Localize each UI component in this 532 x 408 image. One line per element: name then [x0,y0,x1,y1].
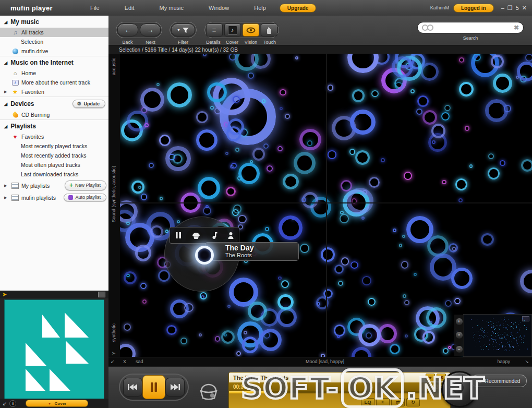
bubble[interactable] [301,197,307,202]
bubble[interactable] [127,111,148,132]
bubble[interactable] [361,217,365,220]
bubble[interactable] [141,194,147,200]
bubble[interactable] [196,129,217,151]
search-box[interactable]: ✖ [417,22,524,33]
bubble[interactable] [149,163,154,168]
bubble[interactable] [156,83,160,87]
bubble[interactable] [441,112,450,121]
bubble[interactable] [144,123,148,127]
expand-arrow-icon[interactable]: ▶ [4,184,7,188]
menu-window[interactable]: Window [209,5,229,11]
bubble[interactable] [140,88,164,112]
bubble[interactable] [131,181,144,194]
bubble[interactable] [347,54,379,73]
bubble[interactable] [295,56,298,59]
bubble[interactable] [278,277,281,280]
bubble[interactable] [226,187,236,197]
section-music-on-internet[interactable]: ◢ Music on the Internet [0,56,108,68]
sidebar-item-last-downloaded[interactable]: Last downloaded tracks [0,170,108,179]
touch-view-button[interactable] [261,23,277,37]
zoom-fit-button[interactable]: ▫ [455,331,463,339]
bubble[interactable] [210,106,214,110]
bubble[interactable] [426,307,447,328]
pan-corner-right-icon[interactable]: ↘ [525,359,529,364]
menu-help[interactable]: Help [254,5,266,11]
details-view-button[interactable]: ≡ [206,23,223,37]
bubble[interactable] [352,347,371,357]
bubble[interactable] [337,335,340,338]
bubble[interactable] [406,216,433,243]
bubble[interactable] [199,333,202,337]
bubble[interactable] [321,247,335,261]
cover-view-button[interactable]: ♪ [224,23,241,37]
bubble[interactable] [248,73,254,79]
bubble[interactable] [140,283,147,289]
pause-button[interactable] [142,375,165,399]
pause-icon[interactable] [175,232,182,239]
bubble[interactable] [277,294,293,310]
bubble[interactable] [481,233,494,246]
bubble[interactable] [455,178,467,190]
note-icon[interactable] [211,232,217,239]
bubble[interactable] [521,159,532,172]
bubble[interactable] [422,331,435,343]
bubble[interactable] [454,298,461,304]
bubble[interactable] [160,197,163,200]
bubble[interactable] [277,307,296,327]
auto-playlist-button[interactable]: Auto playlist [64,194,106,201]
bubble[interactable] [285,114,290,119]
new-playlist-button[interactable]: + New Playlist [65,181,106,190]
sidebar-item-cd-burning[interactable]: CD Burning [0,110,108,119]
bubble[interactable] [341,257,349,266]
bubble[interactable] [299,129,321,151]
bubble[interactable] [184,303,194,313]
bubble[interactable] [416,109,423,115]
bubble[interactable] [465,126,470,131]
bubble[interactable] [196,111,208,123]
bubble[interactable] [235,148,239,152]
album-art[interactable] [5,300,104,399]
bubble[interactable] [233,96,240,103]
bubble[interactable] [381,158,385,162]
bubble[interactable] [350,110,376,135]
bubble[interactable] [232,209,239,216]
bubble[interactable] [281,280,289,289]
bubble[interactable] [452,247,456,250]
update-button[interactable]: ⚙ Update [72,100,105,108]
sidebar-item-recently-added[interactable]: Most recently added tracks [0,151,108,160]
bubble[interactable] [120,344,136,357]
bubble[interactable] [159,135,171,146]
previous-track-button[interactable] [123,378,142,397]
bubble[interactable] [227,305,231,308]
back-button[interactable]: ← [117,23,138,37]
bubble[interactable] [493,74,512,93]
bubble[interactable] [368,298,376,306]
bubble[interactable] [252,148,265,161]
menu-file[interactable]: File [90,5,100,11]
bubble[interactable] [445,300,452,307]
bubble[interactable] [488,153,494,160]
bubble[interactable] [371,90,378,97]
next-button[interactable]: → [140,23,161,37]
bubble[interactable] [401,261,409,269]
sidebar-item-favoriten[interactable]: ▶ ★ Favoriten [0,87,108,97]
sidebar-item-mufin-drive[interactable]: mufin.drive [0,46,108,56]
bubble[interactable] [392,56,413,77]
bubble[interactable] [431,124,445,138]
resize-corner-icon[interactable]: ↙ [3,401,7,406]
sidebar-item-all-tracks[interactable]: ♫ All tracks [0,28,108,37]
bubble[interactable] [338,281,343,286]
bubble[interactable] [444,105,451,111]
playing-track-marker[interactable] [195,246,214,265]
bubble[interactable] [399,244,402,247]
bubble[interactable] [448,346,451,349]
pan-corner-left-icon[interactable]: ↙ [111,359,115,364]
bubble[interactable] [488,167,500,179]
bubble[interactable] [469,164,473,168]
bubble[interactable] [242,337,259,353]
bubble[interactable] [378,324,397,343]
sidebar-item-selection[interactable]: Selection [0,37,108,46]
bubble[interactable] [350,261,358,269]
artist-person-icon[interactable] [227,232,234,239]
bubble[interactable] [135,245,152,261]
